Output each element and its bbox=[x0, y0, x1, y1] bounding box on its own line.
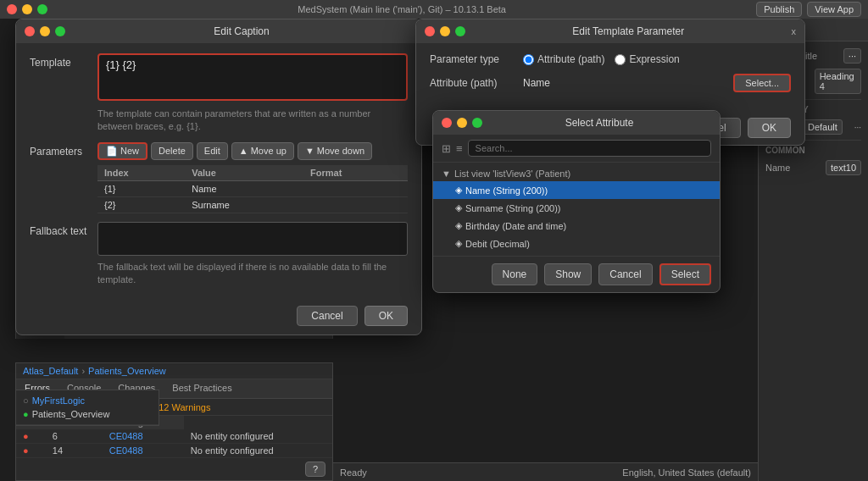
move-up-button[interactable]: ▲ Move up bbox=[231, 142, 294, 160]
table-row: ●14CE0488No entity configured bbox=[16, 444, 332, 458]
edit-caption-title: Edit Caption bbox=[70, 25, 413, 37]
publish-button[interactable]: Publish bbox=[756, 2, 802, 17]
help-button[interactable]: ? bbox=[305, 462, 326, 477]
param-radio-group: Attribute (path) Expression bbox=[523, 53, 680, 65]
fallback-label: Fallback text bbox=[30, 222, 97, 237]
show-button[interactable]: Show bbox=[544, 263, 592, 285]
visible-dots: ··· bbox=[854, 123, 861, 132]
attr-path-row: Attribute (path) Name Select... bbox=[430, 74, 791, 92]
param-maximize[interactable] bbox=[455, 26, 465, 36]
col-index: Index bbox=[97, 165, 185, 181]
visible-value[interactable]: Default bbox=[803, 119, 843, 135]
attr-maximize[interactable] bbox=[472, 118, 482, 128]
parameters-toolbar: 📄 New Delete Edit ▲ Move up ▼ bbox=[97, 142, 408, 160]
file-link[interactable]: MyFirstLogic bbox=[32, 395, 85, 406]
edit-param-title: Edit Template Parameter bbox=[470, 25, 787, 37]
param-type-row: Parameter type Attribute (path) Expressi… bbox=[430, 53, 791, 65]
radio-attribute[interactable]: Attribute (path) bbox=[523, 53, 604, 65]
right-panel-x: x bbox=[792, 26, 797, 36]
collapse-icon: ○ bbox=[23, 395, 29, 406]
radio-expression[interactable]: Expression bbox=[615, 53, 679, 65]
toolbar-right: Publish View App bbox=[756, 2, 861, 17]
parameters-table: Index Value Format {1}Name{2}Surname bbox=[97, 165, 408, 213]
list-view-label: List view 'listView3' (Patient) bbox=[454, 169, 570, 179]
attr-close[interactable] bbox=[442, 118, 452, 128]
attr-search-input[interactable] bbox=[468, 140, 711, 157]
param-minimize[interactable] bbox=[440, 26, 450, 36]
dialog-maximize[interactable] bbox=[55, 26, 65, 36]
attr-tree-item[interactable]: ◈Birthday (Date and time) bbox=[433, 217, 720, 235]
edit-param-body: Parameter type Attribute (path) Expressi… bbox=[416, 43, 804, 111]
attr-tree-item[interactable]: ◈Debit (Decimal) bbox=[433, 235, 720, 252]
dot-green: ● bbox=[23, 409, 29, 419]
attr-tree-item[interactable]: ◈Name (String (200)) bbox=[433, 181, 720, 199]
param-type-label: Parameter type bbox=[430, 53, 523, 65]
move-up-icon: ▲ bbox=[239, 146, 248, 156]
edit-param-titlebar: Edit Template Parameter x bbox=[416, 19, 804, 43]
bottom-breadcrumb: Atlas_Default › Patients_Overview bbox=[16, 363, 332, 379]
file-item-patients: ● Patients_Overview bbox=[23, 407, 152, 421]
file-label: Patients_Overview bbox=[32, 409, 110, 419]
move-down-icon: ▼ bbox=[305, 146, 314, 156]
breadcrumb-arrow: › bbox=[81, 366, 85, 376]
breadcrumb-patients[interactable]: Patients_Overview bbox=[88, 366, 166, 376]
help-row: ? bbox=[16, 458, 332, 480]
attr-tree-item[interactable]: ◈Surname (String (200)) bbox=[433, 199, 720, 217]
table-row: {1}Name bbox=[97, 180, 408, 196]
title-bar: MedSystem (Main line ('main'), Git) – 10… bbox=[0, 0, 868, 19]
common-title: Common bbox=[765, 146, 861, 155]
file-tree-container: ○ MyFirstLogic ● Patients_Overview bbox=[16, 390, 159, 425]
edit-button[interactable]: Edit bbox=[197, 142, 228, 160]
fallback-row: Fallback text bbox=[30, 222, 408, 256]
fallback-input[interactable] bbox=[97, 222, 408, 256]
grid-icon: ⊞ bbox=[442, 142, 451, 155]
attr-icon: ◈ bbox=[455, 220, 462, 231]
template-input[interactable]: {1} {2} bbox=[97, 53, 408, 101]
template-hint: The template can contain parameters that… bbox=[97, 108, 408, 134]
attr-icon: ◈ bbox=[455, 185, 462, 196]
status-bar: Ready English, United States (default) bbox=[333, 462, 758, 481]
breadcrumb-atlas[interactable]: Atlas_Default bbox=[23, 366, 78, 376]
parameters-controls: 📄 New Delete Edit ▲ Move up ▼ bbox=[97, 142, 408, 213]
name-label: Name bbox=[765, 163, 790, 173]
param-ok-button[interactable]: OK bbox=[748, 118, 791, 138]
attr-minimize[interactable] bbox=[457, 118, 467, 128]
attr-tree: ▼ List view 'listView3' (Patient) ◈Name … bbox=[433, 163, 720, 256]
attr-tree-group: ▼ List view 'listView3' (Patient) bbox=[433, 166, 720, 181]
parameters-section: Parameters 📄 New Delete Edit ▲ Mov bbox=[30, 142, 408, 213]
close-button[interactable] bbox=[7, 4, 17, 14]
view-app-button[interactable]: View App bbox=[807, 2, 861, 17]
maximize-button[interactable] bbox=[37, 4, 47, 14]
dialog-minimize[interactable] bbox=[40, 26, 50, 36]
move-down-button[interactable]: ▼ Move down bbox=[298, 142, 372, 160]
table-row: {2}Surname bbox=[97, 196, 408, 213]
window-title: MedSystem (Main line ('main'), Git) – 10… bbox=[53, 4, 751, 14]
attr-select-button[interactable]: Select bbox=[659, 263, 711, 285]
attr-path-label: Attribute (path) bbox=[430, 77, 523, 89]
attr-cancel-button[interactable]: Cancel bbox=[598, 263, 652, 285]
name-row: Name text10 bbox=[765, 160, 861, 175]
select-attr-titlebar: Select Attribute bbox=[433, 111, 720, 135]
caption-ok-button[interactable]: OK bbox=[364, 306, 408, 326]
param-close[interactable] bbox=[425, 26, 435, 36]
template-row: Template {1} {2} bbox=[30, 53, 408, 101]
name-value: text10 bbox=[826, 160, 861, 175]
table-row: ●6CE0488No entity configured bbox=[16, 429, 332, 444]
render-mode-value[interactable]: Heading 4 bbox=[815, 69, 861, 94]
status-text: Ready bbox=[340, 467, 367, 478]
minimize-button[interactable] bbox=[22, 4, 32, 14]
none-button[interactable]: None bbox=[492, 263, 538, 285]
attr-icon: ◈ bbox=[455, 238, 462, 249]
tab-best-practices[interactable]: Best Practices bbox=[164, 379, 240, 398]
delete-button[interactable]: Delete bbox=[151, 142, 193, 160]
file-item-myfirstlogic: ○ MyFirstLogic bbox=[23, 394, 152, 407]
caption-cancel-button[interactable]: Cancel bbox=[297, 306, 357, 326]
template-label: Template bbox=[30, 53, 97, 69]
edit-caption-titlebar: Edit Caption bbox=[16, 19, 421, 43]
chevron-down-icon: ▼ bbox=[442, 169, 451, 179]
edit-caption-dialog: Edit Caption Template {1} {2} The templa… bbox=[15, 19, 422, 335]
select-attr-button[interactable]: Select... bbox=[733, 74, 791, 92]
dialog-close[interactable] bbox=[25, 26, 35, 36]
select-attr-title: Select Attribute bbox=[487, 117, 711, 129]
new-button[interactable]: 📄 New bbox=[97, 142, 147, 160]
